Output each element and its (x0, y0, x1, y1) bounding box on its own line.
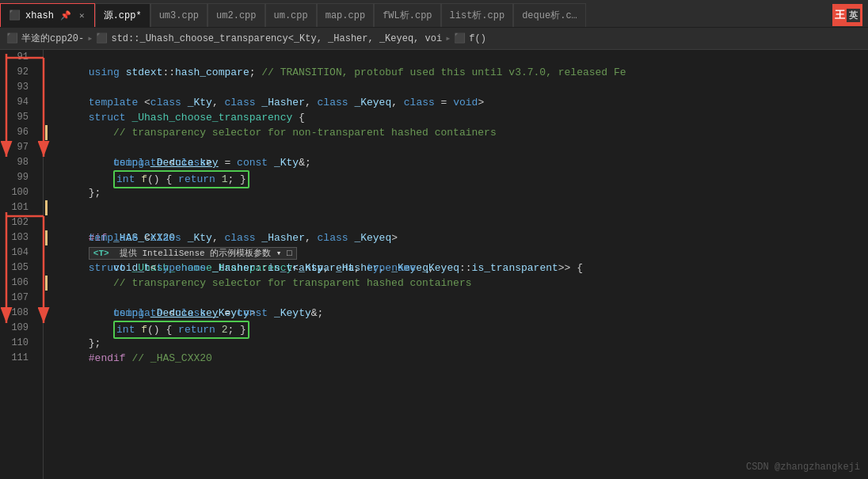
user-lang: 英 (847, 9, 860, 22)
code-line-96: template <class> (51, 125, 868, 140)
code-area: 91 92 93 94 95 96 97 98 99 100 101 102 1… (0, 50, 868, 479)
code-content: using stdext::hash_compare; // TRANSITIO… (44, 50, 868, 479)
line-num-95: 95 (0, 110, 35, 125)
user-name: 王 (835, 8, 845, 22)
tab-xhash-close[interactable]: ✕ (78, 10, 86, 21)
line-num-102: 102 (0, 215, 35, 230)
watermark: CSDN @zhangzhangkeji (746, 462, 860, 473)
breadcrumb-icon2: ⬛ (96, 32, 108, 44)
line-indicator-96 (45, 125, 48, 140)
code-line-108: int f() { return 2; } (51, 306, 868, 321)
code-line-99: }; (51, 170, 868, 185)
tab-xhash-label: xhash (25, 10, 54, 21)
tab-list[interactable]: list析.cpp (441, 3, 514, 27)
line-num-100: 100 (0, 185, 35, 200)
tab-deque-label: deque析.c… (522, 9, 577, 22)
line-num-110: 110 (0, 336, 35, 351)
breadcrumb-symbol: std::_Uhash_choose_transparency<_Kty, _H… (111, 33, 442, 44)
breadcrumb-icon: ⬛ (6, 32, 18, 44)
tab-um3-label: um3.cpp (159, 10, 199, 21)
code-line-95: // transparency selector for non-transpa… (51, 110, 868, 125)
tab-source-label: 源.cpp* (104, 9, 142, 22)
code-line-100 (51, 185, 868, 200)
line-num-101: 101 (0, 200, 35, 215)
code-line-92 (51, 65, 868, 80)
line-num-97: 97 (0, 140, 35, 155)
line-num-104: 104 (0, 245, 35, 260)
tab-um2-label: um2.cpp (216, 10, 256, 21)
code-line-111 (51, 351, 868, 366)
tab-source[interactable]: 源.cpp* (95, 3, 150, 27)
tab-map-label: map.cpp (326, 10, 365, 21)
line-num-107: 107 (0, 291, 35, 306)
code-line-102: template <class _Kty, class _Hasher, cla… (51, 215, 868, 230)
line-indicator-103 (45, 230, 48, 245)
tab-um[interactable]: um.cpp (265, 3, 317, 27)
line-num-111: 111 (0, 351, 35, 366)
tab-um-label: um.cpp (274, 10, 308, 21)
line-num-105: 105 (0, 260, 35, 276)
code-line-110: #endif // _HAS_CXX20 (51, 336, 868, 351)
line-indicator-106 (45, 276, 48, 291)
tab-um3[interactable]: um3.cpp (150, 3, 207, 27)
code-line-93: template <class _Kty, class _Hasher, cla… (51, 80, 868, 95)
tab-deque[interactable]: deque析.c… (513, 3, 586, 27)
code-line-104: void_t<typename _Hasher::is_transparent,… (51, 245, 868, 260)
line-num-99: 99 (0, 170, 35, 185)
code-line-91: using stdext::hash_compare; // TRANSITIO… (51, 50, 868, 65)
line-num-106: 106 (0, 276, 35, 291)
tab-map[interactable]: map.cpp (317, 3, 374, 27)
tab-xhash[interactable]: ⬛ xhash 📌 ✕ (0, 3, 95, 27)
tab-fwl-label: fWL析.cpp (383, 9, 432, 22)
line-num-94: 94 (0, 95, 35, 110)
code-line-98: int f() { return 1; } (51, 155, 868, 170)
line-num-98: 98 (0, 155, 35, 170)
code-line-106: template <class _Keyty> (51, 276, 868, 291)
line-indicator-101 (45, 200, 48, 215)
code-line-107: using _Deduce_key = const _Keyty&; (51, 291, 868, 306)
line-num-91: 91 (0, 50, 35, 65)
code-line-94: struct _Uhash_choose_transparency { (51, 95, 868, 110)
line-num-93: 93 (0, 80, 35, 95)
line-numbers: 91 92 93 94 95 96 97 98 99 100 101 102 1… (0, 50, 44, 479)
line-num-108: 108 (0, 306, 35, 321)
tab-list-label: list析.cpp (450, 9, 505, 22)
tab-bar: ⬛ xhash 📌 ✕ 源.cpp* um3.cpp um2.cpp um.cp… (0, 0, 868, 28)
line-num-92: 92 (0, 65, 35, 80)
code-line-97: using _Deduce_key = const _Kty&; (51, 140, 868, 155)
user-avatar[interactable]: 王 英 (832, 4, 862, 26)
line-num-103: 103 (0, 230, 35, 245)
line-num-96: 96 (0, 125, 35, 140)
breadcrumb-icon3: ⬛ (454, 32, 466, 44)
tab-um2[interactable]: um2.cpp (207, 3, 265, 27)
breadcrumb-function: f() (469, 33, 486, 44)
code-line-103: struct _Uhash_choose_transparency<_Kty, … (51, 230, 868, 245)
tab-xhash-pin[interactable]: 📌 (59, 10, 73, 21)
line-num-109: 109 (0, 321, 35, 336)
tab-fwl[interactable]: fWL析.cpp (374, 3, 440, 27)
code-line-101: #if _HAS_CXX20 (51, 200, 868, 215)
breadcrumb-path: 半途的cpp20- (21, 32, 84, 45)
code-line-109: }; (51, 321, 868, 336)
tab-xhash-icon: ⬛ (9, 10, 21, 21)
breadcrumb-bar: ⬛ 半途的cpp20- ▸ ⬛ std::_Uhash_choose_trans… (0, 28, 868, 50)
code-line-105: // transparency selector for transparent… (51, 260, 868, 276)
